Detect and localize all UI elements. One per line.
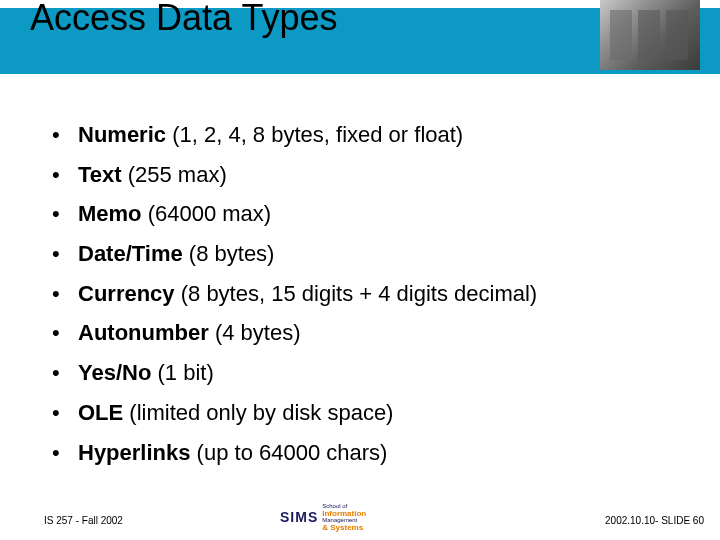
logo-line4: & Systems (322, 524, 366, 531)
bullet-rest: (8 bytes, 15 digits + 4 digits decimal) (175, 281, 538, 306)
footer-left-text: IS 257 - Fall 2002 (44, 515, 123, 526)
list-item: Date/Time (8 bytes) (50, 239, 680, 269)
bullet-list: Numeric (1, 2, 4, 8 bytes, fixed or floa… (50, 120, 680, 467)
slide: Access Data Types Numeric (1, 2, 4, 8 by… (0, 0, 720, 540)
list-item: Currency (8 bytes, 15 digits + 4 digits … (50, 279, 680, 309)
footer: IS 257 - Fall 2002 SIMS School of Inform… (0, 506, 720, 526)
bullet-rest: (4 bytes) (209, 320, 301, 345)
bullet-rest: (up to 64000 chars) (191, 440, 388, 465)
logo-sims-text: SIMS (280, 509, 318, 525)
list-item: Hyperlinks (up to 64000 chars) (50, 438, 680, 468)
bullet-rest: (64000 max) (142, 201, 272, 226)
logo-stack: School of Information Management & Syste… (322, 503, 366, 531)
bullet-rest: (limited only by disk space) (123, 400, 393, 425)
footer-right-text: 2002.10.10- SLIDE 60 (605, 515, 704, 526)
bullet-rest: (1 bit) (151, 360, 213, 385)
bullet-bold: Autonumber (78, 320, 209, 345)
list-item: OLE (limited only by disk space) (50, 398, 680, 428)
slide-body: Numeric (1, 2, 4, 8 bytes, fixed or floa… (50, 120, 680, 477)
bullet-rest: (1, 2, 4, 8 bytes, fixed or float) (166, 122, 463, 147)
footer-logo: SIMS School of Information Management & … (280, 506, 440, 528)
slide-title: Access Data Types (30, 0, 337, 36)
bullet-bold: Text (78, 162, 122, 187)
list-item: Numeric (1, 2, 4, 8 bytes, fixed or floa… (50, 120, 680, 150)
bullet-bold: Date/Time (78, 241, 183, 266)
list-item: Autonumber (4 bytes) (50, 318, 680, 348)
bullet-bold: Currency (78, 281, 175, 306)
list-item: Memo (64000 max) (50, 199, 680, 229)
bullet-bold: OLE (78, 400, 123, 425)
bullet-rest: (8 bytes) (183, 241, 275, 266)
logo-line2: Information (322, 510, 366, 517)
bullet-bold: Hyperlinks (78, 440, 191, 465)
title-decor-photo (600, 0, 700, 70)
bullet-bold: Numeric (78, 122, 166, 147)
bullet-bold: Memo (78, 201, 142, 226)
list-item: Yes/No (1 bit) (50, 358, 680, 388)
bullet-rest: (255 max) (122, 162, 227, 187)
list-item: Text (255 max) (50, 160, 680, 190)
bullet-bold: Yes/No (78, 360, 151, 385)
